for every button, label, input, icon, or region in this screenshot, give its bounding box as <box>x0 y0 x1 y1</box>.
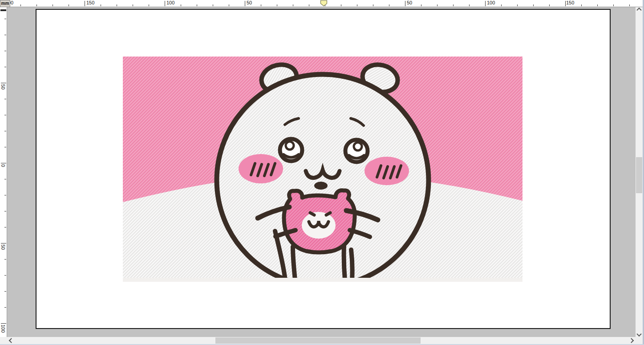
ruler-label: 100 <box>0 325 6 333</box>
ruler-label: 150 <box>566 0 574 5</box>
ruler-tick <box>69 4 69 6</box>
ruler-tick <box>293 4 293 6</box>
scrollbar-corner <box>636 337 643 344</box>
ruler-tick <box>469 4 470 6</box>
ruler-tick <box>229 4 229 6</box>
ruler-tick <box>4 19 6 19</box>
horizontal-scrollbar-thumb[interactable] <box>215 337 421 344</box>
ruler-label: 150 <box>86 0 94 5</box>
ruler-label: 100 <box>166 0 174 5</box>
ruler-tick <box>389 4 389 6</box>
ruler-tick <box>117 4 117 6</box>
ruler-tick <box>4 227 6 227</box>
ruler-tick <box>309 4 309 6</box>
ruler-tick <box>517 4 518 6</box>
ruler-unit-box: mm <box>0 0 10 7</box>
ruler-tick <box>149 4 149 6</box>
ruler-tick <box>485 1 486 6</box>
ruler-tick <box>1 83 6 83</box>
workspace <box>7 7 636 337</box>
ruler-label: 50 <box>0 84 6 89</box>
ruler-tick <box>629 4 630 6</box>
ruler-tick <box>1 163 6 163</box>
ruler-vertical: 50050100 <box>0 7 7 337</box>
scroll-down-button[interactable] <box>636 330 643 337</box>
ruler-tick <box>613 4 614 6</box>
ruler-tick <box>4 291 6 292</box>
ruler-tick <box>4 259 6 260</box>
ruler-position-marker-icon[interactable] <box>320 0 328 7</box>
ruler-tick <box>4 99 6 99</box>
ruler-tick <box>4 115 6 115</box>
ruler-tick <box>357 4 357 6</box>
ruler-tick <box>453 4 454 6</box>
ruler-tick <box>197 4 197 6</box>
ruler-tick <box>4 67 6 67</box>
ruler-tick <box>101 4 101 6</box>
scroll-right-button[interactable] <box>628 337 636 344</box>
chevron-down-icon <box>636 332 641 337</box>
horizontal-scrollbar[interactable] <box>7 337 636 344</box>
ruler-tick <box>277 4 277 6</box>
ruler-tick <box>4 147 6 147</box>
ruler-label: 100 <box>487 0 495 5</box>
ruler-unit-label: mm <box>1 1 9 6</box>
bear-open-mouth <box>314 182 328 190</box>
design-bottom-edge <box>123 278 522 282</box>
chevron-up-icon <box>636 8 641 12</box>
ruler-tick <box>85 1 85 6</box>
ruler-tick <box>341 4 341 6</box>
ruler-tick <box>1 243 6 244</box>
ruler-tick <box>20 4 21 6</box>
ruler-label: 0 <box>0 164 6 167</box>
embroidery-design-canvas[interactable] <box>123 57 522 282</box>
ruler-tick <box>245 1 245 6</box>
ruler-tick <box>373 4 373 6</box>
chevron-right-icon <box>629 338 634 343</box>
ruler-tick <box>4 131 6 131</box>
ruler-tick <box>133 4 133 6</box>
app-window: mm 001501005050100150 50050100 <box>0 0 644 345</box>
ruler-tick <box>4 211 6 211</box>
ruler-tick <box>565 1 566 6</box>
scroll-left-button[interactable] <box>7 337 14 344</box>
ruler-horizontal: 001501005050100150 <box>0 0 644 7</box>
ruler-tick <box>36 4 37 6</box>
ruler-tick <box>181 4 181 6</box>
ruler-vertical-marker[interactable] <box>0 9 6 11</box>
document-page[interactable] <box>36 9 611 329</box>
ruler-tick <box>501 4 502 6</box>
ruler-tick <box>533 4 534 6</box>
ruler-tick <box>549 4 550 6</box>
ruler-tick <box>421 4 421 6</box>
scroll-up-button[interactable] <box>636 7 643 14</box>
ruler-tick <box>4 195 6 195</box>
vertical-scrollbar[interactable] <box>636 7 643 337</box>
vertical-scrollbar-thumb[interactable] <box>636 157 642 193</box>
ruler-label: 50 <box>407 0 412 5</box>
chevron-left-icon <box>9 338 14 343</box>
ruler-tick <box>53 4 53 6</box>
ruler-tick <box>1 323 6 324</box>
ruler-tick <box>581 4 582 6</box>
ruler-tick <box>437 4 437 6</box>
ruler-tick <box>261 4 261 6</box>
ruler-tick <box>4 35 6 35</box>
ruler-tick <box>4 307 6 308</box>
ruler-label: 50 <box>247 0 252 5</box>
ruler-tick <box>4 275 6 276</box>
ruler-tick <box>165 1 165 6</box>
ruler-tick <box>4 51 6 51</box>
ruler-tick <box>405 1 405 6</box>
ruler-tick <box>213 4 213 6</box>
ruler-label: 50 <box>0 244 6 250</box>
ruler-tick <box>4 179 6 179</box>
ruler-tick <box>597 4 598 6</box>
